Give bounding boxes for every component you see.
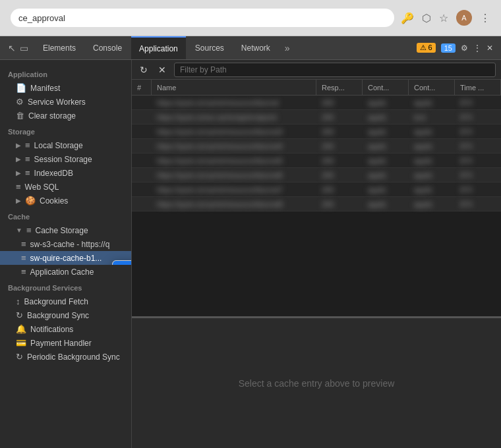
- col-header-name: Name: [152, 80, 316, 95]
- background-fetch-icon: ↕: [16, 296, 20, 306]
- cookies-icon: 🍪: [25, 196, 36, 206]
- payment-handler-icon: 💳: [16, 338, 26, 348]
- tab-sources[interactable]: Sources: [187, 36, 232, 59]
- cursor-icon[interactable]: ↖: [8, 43, 16, 53]
- sidebar-item-session-storage[interactable]: ▶ ≡ Session Storage: [0, 152, 131, 166]
- notifications-icon: 🔔: [16, 324, 26, 334]
- table-row[interactable]: https://quire.io/cache/resource/blurred6…: [132, 168, 501, 182]
- sidebar: Application 📄 Manifest ⚙ Service Workers…: [0, 60, 132, 448]
- external-icon[interactable]: ⬡: [422, 12, 431, 24]
- sidebar-item-payment-handler[interactable]: 💳 Payment Handler: [0, 336, 131, 350]
- more-tabs-button[interactable]: »: [280, 43, 295, 53]
- avatar[interactable]: A: [456, 10, 472, 26]
- sidebar-item-indexeddb[interactable]: ▶ ≡ IndexedDB: [0, 166, 131, 180]
- sidebar-item-cookies[interactable]: ▶ 🍪 Cookies: [0, 194, 131, 208]
- browser-chrome: ce_approval 🔑 ⬡ ☆ A ⋮: [0, 0, 501, 36]
- background-sync-icon: ↻: [16, 310, 23, 320]
- sidebar-item-web-sql[interactable]: ≡ Web SQL: [0, 180, 131, 194]
- bottom-empty-message: Select a cache entry above to preview: [132, 318, 501, 448]
- network-toolbar: ↻ ✕: [132, 60, 501, 80]
- cache-storage-icon: ≡: [26, 225, 32, 235]
- table-row[interactable]: https://quire.io/cache/resource/blurred8…: [132, 197, 501, 211]
- more-icon[interactable]: ⋮: [480, 12, 490, 24]
- sidebar-item-service-workers[interactable]: ⚙ Service Workers: [0, 95, 131, 109]
- sidebar-section-cache: Cache: [0, 208, 131, 223]
- col-header-time: Time ...: [455, 80, 501, 95]
- col-header-cont1: Cont...: [363, 80, 409, 95]
- star-icon[interactable]: ☆: [439, 12, 448, 24]
- sidebar-section-application: Application: [0, 65, 131, 81]
- devtools-top-right: ⚠ 6 15 ⚙ ⋮ ✕: [417, 43, 498, 53]
- table-row[interactable]: https://quire.io/cache/resource/blurred4…: [132, 139, 501, 154]
- device-icon[interactable]: ▭: [20, 43, 28, 53]
- sidebar-section-bg-services: Background Services: [0, 279, 131, 294]
- clear-button[interactable]: ✕: [156, 63, 169, 76]
- table-header: # Name Resp... Cont... Cont... Time ...: [132, 80, 501, 96]
- table-row[interactable]: https://quire.io/cache/resource/blurred …: [132, 96, 501, 110]
- sw-quire-cache-icon: ≡: [21, 253, 26, 263]
- application-cache-icon: ≡: [21, 267, 26, 277]
- col-header-resp: Resp...: [316, 80, 363, 95]
- sidebar-item-manifest[interactable]: 📄 Manifest: [0, 81, 131, 95]
- sidebar-item-background-sync[interactable]: ↻ Background Sync: [0, 308, 131, 322]
- tab-console[interactable]: Console: [85, 36, 130, 59]
- warning-badge[interactable]: ⚠ 6: [417, 43, 436, 53]
- periodic-bg-sync-icon: ↻: [16, 352, 23, 362]
- chevron-right-icon: ▶: [16, 197, 21, 204]
- context-menu: Delete Speech ▶: [112, 260, 131, 265]
- tab-application[interactable]: Application: [131, 36, 186, 59]
- col-header-hash: #: [132, 80, 152, 95]
- browser-icon-group: 🔑 ⬡ ☆ A ⋮: [401, 10, 490, 26]
- local-storage-icon: ≡: [25, 140, 30, 150]
- session-storage-icon: ≡: [25, 154, 30, 164]
- sidebar-item-cache-storage[interactable]: ▼ ≡ Cache Storage: [0, 223, 131, 237]
- table-row[interactable]: https://quire.io/sw-cache/api/endpoint 2…: [132, 110, 501, 125]
- info-badge[interactable]: 15: [441, 43, 456, 53]
- network-rows: https://quire.io/cache/resource/blurred …: [132, 96, 501, 316]
- sidebar-item-application-cache[interactable]: ≡ Application Cache: [0, 265, 131, 279]
- table-row[interactable]: https://quire.io/cache/resource/blurred5…: [132, 154, 501, 168]
- url-text: ce_approval: [18, 13, 65, 23]
- tab-elements[interactable]: Elements: [35, 36, 84, 59]
- chevron-right-icon: ▶: [16, 169, 21, 177]
- chevron-right-icon: ▶: [16, 155, 21, 163]
- settings-icon[interactable]: ⚙: [461, 43, 468, 53]
- bottom-preview-section: Select a cache entry above to preview: [132, 316, 501, 448]
- main-content: ↻ ✕ # Name Resp... Cont... Cont... Time …: [132, 60, 501, 448]
- refresh-button[interactable]: ↻: [137, 63, 150, 76]
- context-menu-delete[interactable]: Delete: [113, 261, 131, 265]
- indexeddb-icon: ≡: [25, 168, 30, 178]
- manifest-icon: 📄: [16, 83, 26, 93]
- devtools-panel: ↖ ▭ Elements Console Application Sources…: [0, 36, 501, 448]
- devtools-cursor-icons: ↖ ▭: [3, 43, 34, 53]
- clear-storage-icon: 🗑: [16, 111, 24, 121]
- url-bar[interactable]: ce_approval: [11, 9, 394, 27]
- devtools-close-icon[interactable]: ✕: [486, 43, 493, 53]
- web-sql-icon: ≡: [16, 182, 21, 192]
- table-row[interactable]: https://quire.io/cache/resource/blurred3…: [132, 125, 501, 139]
- sidebar-item-local-storage[interactable]: ▶ ≡ Local Storage: [0, 138, 131, 152]
- filter-input[interactable]: [174, 63, 496, 77]
- sw-s3-cache-icon: ≡: [21, 239, 26, 249]
- sidebar-section-storage: Storage: [0, 123, 131, 138]
- service-workers-icon: ⚙: [16, 97, 24, 107]
- table-row[interactable]: https://quire.io/cache/resource/blurred7…: [132, 182, 501, 197]
- chevron-right-icon: ▶: [16, 142, 21, 149]
- sidebar-item-clear-storage[interactable]: 🗑 Clear storage: [0, 109, 131, 123]
- devtools-tabbar: ↖ ▭ Elements Console Application Sources…: [0, 36, 501, 60]
- devtools-kebab-icon[interactable]: ⋮: [473, 43, 481, 53]
- sidebar-item-sw-quire-cache[interactable]: ≡ sw-quire-cache-b1... Delete Speech ▶: [0, 251, 131, 265]
- sidebar-item-sw-s3-cache[interactable]: ≡ sw-s3-cache - https://q: [0, 237, 131, 251]
- sidebar-item-periodic-bg-sync[interactable]: ↻ Periodic Background Sync: [0, 350, 131, 364]
- sidebar-item-notifications[interactable]: 🔔 Notifications: [0, 322, 131, 336]
- chevron-down-icon: ▼: [16, 227, 22, 234]
- network-table: # Name Resp... Cont... Cont... Time ... …: [132, 80, 501, 316]
- sidebar-item-background-fetch[interactable]: ↕ Background Fetch: [0, 294, 131, 308]
- tab-network[interactable]: Network: [233, 36, 278, 59]
- key-icon[interactable]: 🔑: [401, 12, 414, 24]
- col-header-cont2: Cont...: [409, 80, 455, 95]
- devtools-body: Application 📄 Manifest ⚙ Service Workers…: [0, 60, 501, 448]
